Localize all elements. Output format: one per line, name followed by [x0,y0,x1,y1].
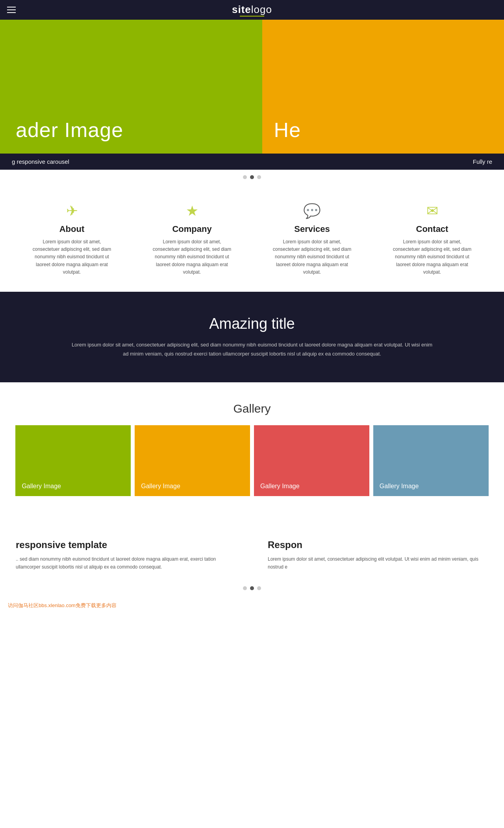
amazing-section: Amazing title Lorem ipsum dolor sit amet… [0,292,504,382]
responsive-col-2: Respon Lorem ipsum dolor sit amet, conse… [252,532,504,579]
gallery-title: Gallery [12,402,492,415]
gallery-item-4[interactable]: Gallery Image [373,425,489,496]
services-icon: 💬 [269,203,356,219]
navbar: sitelogo [0,0,504,20]
gallery-label-4: Gallery Image [380,483,419,490]
features-grid: ✈ About Lorem ipsum dolor sit amet, cons… [16,203,488,276]
carousel-dot-1[interactable] [243,175,247,179]
resp-dot-1[interactable] [243,586,247,590]
contact-icon: ✉ [389,203,476,219]
gallery-item-3[interactable]: Gallery Image [254,425,369,496]
gallery-section: Gallery Gallery Image Gallery Image Gall… [0,382,504,512]
contact-desc: Lorem ipsum dolor sit amet, consectetuer… [389,238,476,276]
features-section: ✈ About Lorem ipsum dolor sit amet, cons… [0,183,504,292]
feature-about: ✈ About Lorem ipsum dolor sit amet, cons… [29,203,115,276]
site-logo[interactable]: sitelogo [232,4,272,17]
carousel-dots-1 [0,170,504,183]
feature-contact: ✉ Contact Lorem ipsum dolor sit amet, co… [389,203,476,276]
feature-company: ★ Company Lorem ipsum dolor sit amet, co… [149,203,235,276]
gallery-item-2[interactable]: Gallery Image [135,425,250,496]
responsive-col-1: responsive template .. sed diam nonummy … [0,532,252,579]
resp-dot-3[interactable] [257,586,261,590]
hero-slide-left: ader Image [0,20,262,154]
hamburger-menu[interactable] [7,7,16,13]
gallery-label-1: Gallery Image [22,483,61,490]
about-desc: Lorem ipsum dolor sit amet, consectetuer… [29,238,115,276]
hero-right-text: He [274,118,301,142]
amazing-title: Amazing title [71,315,433,332]
carousel-caption-left: g responsive carousel [12,158,69,165]
responsive-col2-title: Respon [268,539,488,550]
responsive-col2-desc: Lorem ipsum dolor sit amet, consectetuer… [268,555,488,571]
carousel-dot-2[interactable] [250,175,254,179]
feature-services: 💬 Services Lorem ipsum dolor sit amet, c… [269,203,356,276]
hero-slide-right: He [262,20,504,154]
gallery-label-2: Gallery Image [141,483,180,490]
watermark-text: 访问伽马社区bbs.xlenlao.com免费下载更多内容 [8,602,117,608]
responsive-col1-title: responsive template [16,539,236,550]
company-desc: Lorem ipsum dolor sit amet, consectetuer… [149,238,235,276]
responsive-carousel-dots [0,579,504,594]
services-title: Services [269,224,356,234]
hero-left-text: ader Image [16,118,123,142]
logo-logo-text: logo [251,4,272,15]
hero-carousel: ader Image He [0,20,504,154]
responsive-section: responsive template .. sed diam nonummy … [0,512,504,598]
carousel-caption-right: Fully re [473,158,492,165]
gallery-grid: Gallery Image Gallery Image Gallery Imag… [12,425,492,496]
gallery-item-1[interactable]: Gallery Image [15,425,131,496]
about-icon: ✈ [29,203,115,219]
resp-dot-2[interactable] [250,586,254,590]
services-desc: Lorem ipsum dolor sit amet, consectetuer… [269,238,356,276]
company-title: Company [149,224,235,234]
watermark: 访问伽马社区bbs.xlenlao.com免费下载更多内容 [0,598,504,613]
carousel-dot-3[interactable] [257,175,261,179]
responsive-col1-desc: .. sed diam nonummy nibh euismod tincidu… [16,555,236,571]
company-icon: ★ [149,203,235,219]
amazing-desc: Lorem ipsum dolor sit amet, consectetuer… [71,340,433,359]
responsive-grid: responsive template .. sed diam nonummy … [0,532,504,579]
logo-site-text: site [232,4,251,15]
contact-title: Contact [389,224,476,234]
gallery-label-3: Gallery Image [260,483,300,490]
carousel-caption-bar: g responsive carousel Fully re [0,154,504,170]
logo-underline [240,16,264,17]
about-title: About [29,224,115,234]
